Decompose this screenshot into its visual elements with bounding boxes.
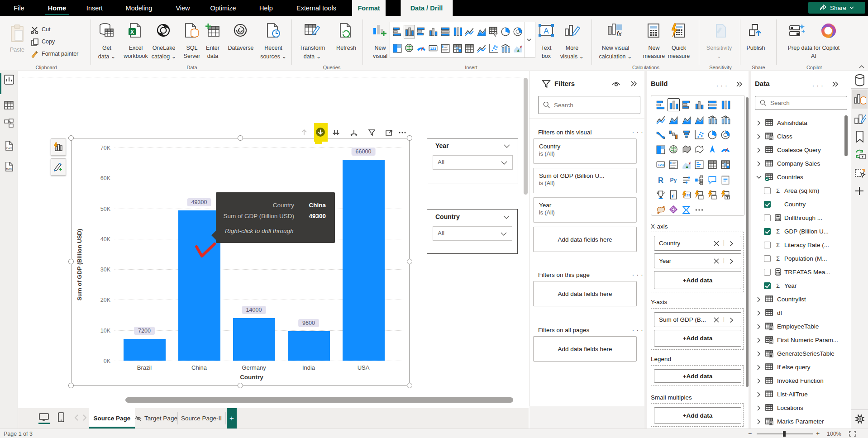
gallery-visual-pie[interactable] — [500, 25, 511, 38]
field-checkbox[interactable] — [764, 187, 771, 194]
build-visual-matrix[interactable] — [719, 158, 731, 171]
ribbon-new-visual-calculation-button[interactable]: fxNew visualcalculation ⌄ — [596, 19, 635, 67]
visual-resize-handle[interactable] — [407, 259, 412, 264]
data-pane-scrollbar[interactable] — [844, 115, 848, 156]
field-options-icon[interactable] — [730, 258, 734, 264]
build-visual-treemap[interactable] — [654, 143, 667, 157]
ribbon-prep-data-for-copilot-ai-button[interactable]: Prep data for CopilotAI — [775, 19, 852, 67]
field-checkbox[interactable] — [764, 242, 771, 248]
data-field-row-population-m-[interactable]: ΣPopulation (M... — [764, 252, 848, 265]
data-table-row-coalesce-query[interactable]: Coalesce Query — [755, 143, 845, 157]
remove-field-icon[interactable] — [714, 317, 719, 323]
data-icon[interactable] — [854, 74, 866, 86]
gallery-visual-gauge[interactable] — [415, 42, 427, 55]
build-visual-kpi[interactable]: ▲▼ — [680, 158, 692, 171]
selection-icon[interactable] — [854, 167, 866, 180]
ribbon-text-box-button[interactable]: ATextbox — [532, 19, 561, 67]
menu-modeling[interactable]: Modeling — [126, 0, 153, 16]
build-visual-funnel[interactable] — [680, 128, 692, 141]
data-table-row-class[interactable]: Class — [755, 129, 845, 143]
build-visual-waterfall[interactable] — [668, 128, 680, 141]
add-data-button[interactable]: +Add data — [654, 407, 741, 424]
field-checkbox[interactable] — [764, 201, 771, 208]
build-visual-parameter[interactable] — [680, 173, 692, 186]
expand-chevron-icon[interactable] — [756, 378, 762, 384]
gallery-visual-stacked-column[interactable] — [404, 25, 415, 38]
data-table-row-first-numeric-param-[interactable]: First Numeric Param... — [755, 333, 845, 347]
gallery-visual-kpi[interactable]: ▲▼ — [512, 42, 523, 55]
gallery-visual-globe-map[interactable] — [404, 42, 415, 55]
build-visual-python[interactable]: Py — [668, 173, 680, 186]
slicer-country[interactable]: CountryAll — [427, 209, 518, 254]
ribbon-recent-sources-button[interactable]: Recentsources ⌄ — [259, 19, 288, 67]
build-visual-narrative[interactable] — [719, 173, 731, 186]
data-field-row-area-sq-km-[interactable]: ΣArea (sq km) — [764, 184, 848, 197]
build-visual-power-a[interactable] — [706, 188, 718, 201]
menu-optimize[interactable]: Optimize — [210, 0, 236, 16]
build-visual-qa[interactable] — [706, 173, 718, 186]
visual-resize-handle[interactable] — [238, 135, 243, 141]
gallery-visual-donut[interactable] — [512, 25, 523, 38]
filters-section-menu[interactable]: . . . — [632, 270, 643, 277]
ribbon-quick-measure-button[interactable]: Quickmeasure — [664, 19, 693, 67]
page-tab-source-page[interactable]: Source Page — [89, 408, 135, 428]
field-checkbox[interactable] — [764, 255, 771, 262]
build-visual-purview[interactable] — [668, 203, 680, 216]
menu-data-drill[interactable]: Data / Drill — [401, 0, 453, 16]
gallery-visual-100-bar[interactable] — [439, 25, 451, 38]
prev-page-icon[interactable] — [74, 414, 78, 421]
filters-section-menu[interactable]: . . . — [632, 325, 643, 332]
gallery-visual-treemap[interactable] — [391, 42, 403, 55]
collapse-ribbon-icon[interactable] — [859, 65, 864, 68]
filter-card-year[interactable]: Yearis (All) — [533, 197, 637, 223]
build-visual-card[interactable]: 123 — [654, 158, 667, 171]
build-visual-gauge[interactable] — [719, 143, 731, 157]
data-field-row-gdp-billion-u-[interactable]: ΣGDP (Billion U... — [764, 224, 848, 238]
canvas-vertical-scrollbar[interactable] — [524, 78, 528, 195]
filters-search-input[interactable]: Search — [538, 96, 640, 114]
page-tab-target-page[interactable]: Target Page — [135, 408, 177, 428]
data-field-row-treatas-mea-[interactable]: TREATAS Mea... — [764, 265, 848, 279]
data-table-row-if-else-query[interactable]: If else query — [755, 360, 845, 374]
data-table-row-locations[interactable]: Locations — [755, 401, 845, 414]
ribbon-get-data-button[interactable]: Getdata ⌄ — [92, 19, 121, 67]
drill-down-icon[interactable] — [315, 127, 325, 137]
menu-format[interactable]: Format — [352, 0, 386, 16]
slicer-dropdown[interactable]: All — [433, 155, 513, 170]
zoom-minus[interactable]: − — [748, 430, 752, 437]
data-table-row-marks-parameter[interactable]: Marks Parameter — [755, 414, 845, 428]
visual-resize-handle[interactable] — [68, 383, 74, 388]
gallery-visual-area[interactable] — [476, 25, 487, 38]
visual-resize-handle[interactable] — [407, 383, 412, 388]
visual-resize-handle[interactable] — [407, 135, 412, 141]
focus-mode-icon[interactable] — [385, 129, 392, 136]
build-pane-menu[interactable]: . . . — [716, 81, 727, 88]
ribbon-publish-button[interactable]: Publish — [741, 19, 770, 67]
ribbon-more-visuals-button[interactable]: Morevisuals ⌄ — [558, 19, 587, 67]
add-data-button[interactable]: +Add data — [654, 271, 741, 289]
gallery-visual-scatter[interactable] — [488, 42, 499, 55]
build-visual-combo[interactable] — [706, 113, 718, 126]
build-visual-stacked-column[interactable] — [668, 98, 680, 111]
new-page-button[interactable]: + — [227, 408, 237, 428]
paste-button[interactable]: Paste — [5, 20, 29, 64]
fit-to-page-icon[interactable] — [849, 431, 856, 437]
gallery-visual-line[interactable] — [464, 25, 475, 38]
zoom-plus[interactable]: + — [816, 430, 820, 437]
menu-insert[interactable]: Insert — [86, 0, 103, 16]
field-pill-year[interactable]: Year| — [654, 253, 741, 268]
expand-chevron-icon[interactable] — [756, 161, 762, 167]
eye-icon[interactable] — [612, 81, 620, 86]
gallery-visual-table[interactable] — [464, 42, 475, 55]
build-visual-azure-map[interactable] — [706, 143, 718, 157]
build-visual-more[interactable] — [693, 203, 706, 216]
filters-add-data-fields[interactable]: Add data fields here — [533, 336, 637, 362]
gallery-visual-matrix[interactable] — [452, 42, 463, 55]
report-canvas[interactable]: 0K10K20K30K40K50K60K70K7200Brazil49300Ch… — [18, 71, 529, 408]
chevron-down-icon[interactable] — [503, 215, 510, 219]
remove-field-icon[interactable] — [714, 258, 719, 264]
build-visual-stacked-bar[interactable] — [654, 98, 667, 111]
expand-chevron-icon[interactable] — [756, 296, 762, 302]
build-visual-area[interactable] — [668, 113, 680, 126]
expand-chevron-icon[interactable] — [756, 405, 762, 411]
